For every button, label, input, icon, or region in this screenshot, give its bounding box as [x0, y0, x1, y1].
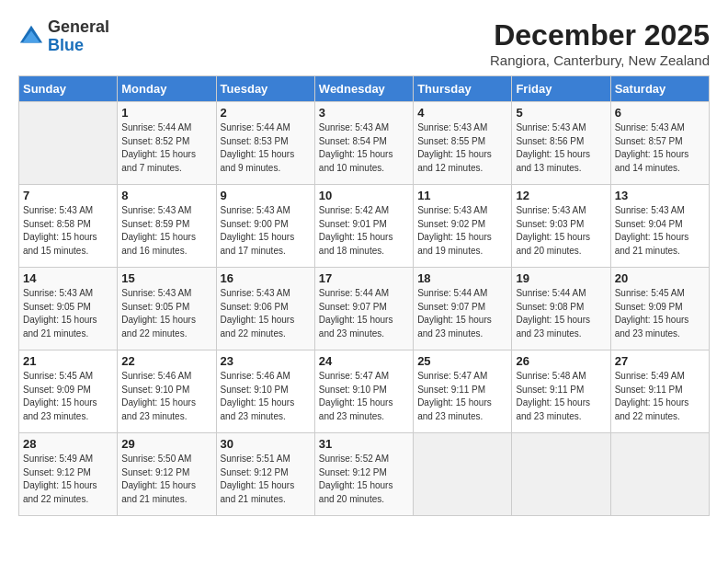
day-info: Sunrise: 5:45 AMSunset: 9:09 PMDaylight:…	[23, 370, 113, 423]
day-info: Sunrise: 5:43 AMSunset: 8:57 PMDaylight:…	[615, 121, 705, 175]
calendar-cell: 10Sunrise: 5:42 AMSunset: 9:01 PMDayligh…	[314, 185, 413, 268]
calendar-cell: 12Sunrise: 5:43 AMSunset: 9:03 PMDayligh…	[512, 185, 610, 268]
day-info: Sunrise: 5:52 AMSunset: 9:12 PMDaylight:…	[319, 453, 409, 506]
day-info: Sunrise: 5:43 AMSunset: 8:59 PMDaylight:…	[121, 204, 211, 258]
day-info: Sunrise: 5:43 AMSunset: 9:03 PMDaylight:…	[516, 204, 606, 258]
day-info: Sunrise: 5:43 AMSunset: 8:58 PMDaylight:…	[23, 204, 113, 258]
day-number: 21	[23, 354, 113, 368]
calendar-cell: 31Sunrise: 5:52 AMSunset: 9:12 PMDayligh…	[314, 433, 413, 516]
calendar-table: SundayMondayTuesdayWednesdayThursdayFrid…	[18, 75, 710, 516]
calendar-cell: 9Sunrise: 5:43 AMSunset: 9:00 PMDaylight…	[216, 185, 314, 268]
calendar-header: SundayMondayTuesdayWednesdayThursdayFrid…	[19, 76, 710, 102]
header-row: SundayMondayTuesdayWednesdayThursdayFrid…	[19, 76, 710, 102]
day-info: Sunrise: 5:47 AMSunset: 9:11 PMDaylight:…	[417, 370, 507, 423]
calendar-cell: 22Sunrise: 5:46 AMSunset: 9:10 PMDayligh…	[118, 350, 216, 433]
day-info: Sunrise: 5:43 AMSunset: 8:56 PMDaylight:…	[516, 121, 606, 175]
calendar-cell: 14Sunrise: 5:43 AMSunset: 9:05 PMDayligh…	[19, 268, 118, 350]
day-info: Sunrise: 5:43 AMSunset: 9:04 PMDaylight:…	[615, 204, 705, 258]
header-day-monday: Monday	[118, 76, 216, 102]
day-info: Sunrise: 5:46 AMSunset: 9:10 PMDaylight:…	[221, 370, 311, 423]
day-number: 2	[221, 106, 311, 120]
calendar-cell: 20Sunrise: 5:45 AMSunset: 9:09 PMDayligh…	[610, 268, 709, 350]
week-row-4: 28Sunrise: 5:49 AMSunset: 9:12 PMDayligh…	[19, 433, 710, 516]
day-number: 4	[417, 106, 507, 120]
day-info: Sunrise: 5:48 AMSunset: 9:11 PMDaylight:…	[516, 370, 606, 423]
logo: General Blue	[18, 18, 109, 55]
day-info: Sunrise: 5:44 AMSunset: 8:53 PMDaylight:…	[221, 121, 311, 175]
calendar-cell: 23Sunrise: 5:46 AMSunset: 9:10 PMDayligh…	[216, 350, 314, 433]
location: Rangiora, Canterbury, New Zealand	[490, 52, 710, 68]
day-info: Sunrise: 5:44 AMSunset: 9:07 PMDaylight:…	[417, 287, 507, 340]
week-row-1: 7Sunrise: 5:43 AMSunset: 8:58 PMDaylight…	[19, 185, 710, 268]
day-number: 12	[516, 189, 606, 202]
week-row-0: 1Sunrise: 5:44 AMSunset: 8:52 PMDaylight…	[19, 102, 710, 185]
calendar-cell: 30Sunrise: 5:51 AMSunset: 9:12 PMDayligh…	[216, 433, 314, 516]
day-number: 29	[121, 437, 211, 451]
header-day-wednesday: Wednesday	[314, 76, 413, 102]
header-day-saturday: Saturday	[610, 76, 709, 102]
week-row-3: 21Sunrise: 5:45 AMSunset: 9:09 PMDayligh…	[19, 350, 710, 433]
calendar-cell: 11Sunrise: 5:43 AMSunset: 9:02 PMDayligh…	[414, 185, 512, 268]
day-info: Sunrise: 5:44 AMSunset: 9:08 PMDaylight:…	[516, 287, 606, 340]
calendar-cell: 3Sunrise: 5:43 AMSunset: 8:54 PMDaylight…	[314, 102, 413, 185]
day-number: 14	[23, 271, 113, 285]
day-number: 30	[221, 437, 311, 451]
day-number: 20	[615, 271, 705, 285]
day-number: 31	[319, 437, 409, 451]
logo-icon	[18, 24, 44, 50]
calendar-cell: 4Sunrise: 5:43 AMSunset: 8:55 PMDaylight…	[414, 102, 512, 185]
calendar-cell: 26Sunrise: 5:48 AMSunset: 9:11 PMDayligh…	[512, 350, 610, 433]
calendar-cell: 18Sunrise: 5:44 AMSunset: 9:07 PMDayligh…	[414, 268, 512, 350]
day-info: Sunrise: 5:43 AMSunset: 8:55 PMDaylight:…	[417, 121, 507, 175]
day-number: 8	[121, 189, 211, 202]
day-number: 5	[516, 106, 606, 120]
logo-text: General Blue	[48, 18, 109, 55]
day-number: 16	[221, 271, 311, 285]
day-number: 11	[417, 189, 507, 202]
week-row-2: 14Sunrise: 5:43 AMSunset: 9:05 PMDayligh…	[19, 268, 710, 350]
day-number: 24	[319, 354, 409, 368]
day-info: Sunrise: 5:43 AMSunset: 8:54 PMDaylight:…	[319, 121, 409, 175]
day-info: Sunrise: 5:44 AMSunset: 9:07 PMDaylight:…	[319, 287, 409, 340]
day-number: 26	[516, 354, 606, 368]
day-number: 9	[221, 189, 311, 202]
calendar-cell: 21Sunrise: 5:45 AMSunset: 9:09 PMDayligh…	[19, 350, 118, 433]
calendar-cell: 28Sunrise: 5:49 AMSunset: 9:12 PMDayligh…	[19, 433, 118, 516]
day-number: 22	[121, 354, 211, 368]
calendar-cell: 17Sunrise: 5:44 AMSunset: 9:07 PMDayligh…	[314, 268, 413, 350]
calendar-cell: 5Sunrise: 5:43 AMSunset: 8:56 PMDaylight…	[512, 102, 610, 185]
day-number: 1	[121, 106, 211, 120]
day-info: Sunrise: 5:43 AMSunset: 9:05 PMDaylight:…	[23, 287, 113, 340]
day-number: 25	[417, 354, 507, 368]
day-info: Sunrise: 5:47 AMSunset: 9:10 PMDaylight:…	[319, 370, 409, 423]
day-info: Sunrise: 5:49 AMSunset: 9:12 PMDaylight:…	[23, 453, 113, 506]
title-block: December 2025 Rangiora, Canterbury, New …	[490, 18, 710, 68]
calendar-cell: 27Sunrise: 5:49 AMSunset: 9:11 PMDayligh…	[610, 350, 709, 433]
day-number: 15	[121, 271, 211, 285]
header-day-sunday: Sunday	[19, 76, 118, 102]
day-info: Sunrise: 5:43 AMSunset: 9:05 PMDaylight:…	[121, 287, 211, 340]
calendar-cell: 8Sunrise: 5:43 AMSunset: 8:59 PMDaylight…	[118, 185, 216, 268]
day-info: Sunrise: 5:49 AMSunset: 9:11 PMDaylight:…	[615, 370, 705, 423]
day-info: Sunrise: 5:46 AMSunset: 9:10 PMDaylight:…	[121, 370, 211, 423]
day-info: Sunrise: 5:43 AMSunset: 9:06 PMDaylight:…	[221, 287, 311, 340]
day-number: 27	[615, 354, 705, 368]
day-info: Sunrise: 5:43 AMSunset: 9:02 PMDaylight:…	[417, 204, 507, 258]
calendar-cell: 7Sunrise: 5:43 AMSunset: 8:58 PMDaylight…	[19, 185, 118, 268]
day-number: 7	[23, 189, 113, 202]
calendar-cell: 24Sunrise: 5:47 AMSunset: 9:10 PMDayligh…	[314, 350, 413, 433]
day-info: Sunrise: 5:51 AMSunset: 9:12 PMDaylight:…	[221, 453, 311, 506]
day-number: 6	[615, 106, 705, 120]
day-number: 19	[516, 271, 606, 285]
day-number: 23	[221, 354, 311, 368]
day-info: Sunrise: 5:42 AMSunset: 9:01 PMDaylight:…	[319, 204, 409, 258]
day-number: 13	[615, 189, 705, 202]
header-day-thursday: Thursday	[414, 76, 512, 102]
header-day-friday: Friday	[512, 76, 610, 102]
day-info: Sunrise: 5:45 AMSunset: 9:09 PMDaylight:…	[615, 287, 705, 340]
day-number: 28	[23, 437, 113, 451]
page-header: General Blue December 2025 Rangiora, Can…	[18, 18, 710, 68]
calendar-cell	[610, 433, 709, 516]
calendar-cell: 6Sunrise: 5:43 AMSunset: 8:57 PMDaylight…	[610, 102, 709, 185]
calendar-cell: 29Sunrise: 5:50 AMSunset: 9:12 PMDayligh…	[118, 433, 216, 516]
